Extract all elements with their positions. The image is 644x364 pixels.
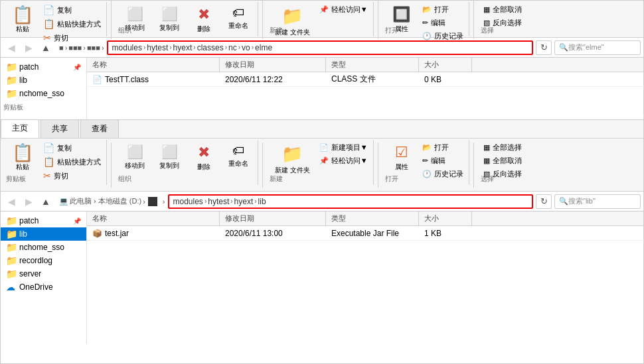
path-seg-hytest-2: hytest bbox=[208, 197, 229, 206]
paste-shortcut-icon-2: 📋 bbox=[43, 156, 54, 167]
clipboard-label-2: 剪贴板 bbox=[6, 174, 26, 184]
properties-label-2: 属性 bbox=[395, 162, 408, 172]
path-seg-elme-1: elme bbox=[255, 43, 272, 52]
move-to-icon-2: ⬜ bbox=[127, 144, 143, 160]
refresh-button-1[interactable]: ↻ bbox=[536, 40, 552, 55]
ribbon-2: 📋 粘贴 📄复制 📋粘贴快捷方式 ✂剪切 剪贴板 ⬜ 移动到 ⬜ 复制到 ✖ bbox=[1, 139, 643, 192]
delete-button-2[interactable]: ✖ 删除 bbox=[187, 141, 220, 174]
new-label-2: 新建 bbox=[270, 174, 283, 184]
file-size-testjar-2: 1 KB bbox=[419, 227, 472, 239]
folder-icon-nchome-1: 📁 bbox=[6, 88, 17, 99]
paste-shortcut-button-1[interactable]: 📋粘贴快捷方式 bbox=[40, 17, 104, 30]
rename-button-2[interactable]: 🏷 重命名 bbox=[222, 141, 255, 171]
col-header-date-2[interactable]: 修改日期 bbox=[220, 212, 326, 225]
drive-indicator-2 bbox=[148, 197, 157, 206]
folder-icon-nchome-2: 📁 bbox=[6, 242, 17, 253]
back-button-1[interactable]: ◀ bbox=[3, 40, 19, 56]
rename-label-2: 重命名 bbox=[228, 159, 248, 168]
search-box-2[interactable]: 🔍 搜索"lib" bbox=[554, 194, 641, 209]
copy-to-button-1[interactable]: ⬜ 复制到 bbox=[153, 3, 186, 35]
paste-button-2[interactable]: 📋 粘贴 bbox=[6, 141, 39, 174]
col-header-size-2[interactable]: 大小 bbox=[419, 212, 472, 225]
paste-label-2: 粘贴 bbox=[16, 162, 29, 172]
forward-button-1[interactable]: ▶ bbox=[21, 40, 37, 56]
move-to-button-2[interactable]: ⬜ 移动到 bbox=[118, 141, 151, 173]
back-button-2[interactable]: ◀ bbox=[3, 194, 19, 210]
col-header-name-1[interactable]: 名称 bbox=[87, 58, 220, 72]
paste-button-1[interactable]: 📋 粘贴 bbox=[6, 3, 39, 36]
address-path-2[interactable]: modules › hytest › hyext › lib bbox=[168, 194, 533, 209]
tab-home-2[interactable]: 主页 bbox=[1, 119, 39, 138]
col-header-name-2[interactable]: 名称 bbox=[87, 212, 220, 225]
file-list-header-2: 名称 修改日期 类型 大小 bbox=[87, 212, 643, 226]
path-seg-classes-1: classes bbox=[197, 43, 224, 52]
edit-button-2[interactable]: ✏编辑 bbox=[420, 154, 466, 167]
up-button-1[interactable]: ▲ bbox=[38, 40, 54, 56]
forward-button-2[interactable]: ▶ bbox=[21, 194, 37, 210]
edit-button-1[interactable]: ✏编辑 bbox=[420, 17, 466, 29]
tab-share-2[interactable]: 共享 bbox=[40, 119, 79, 138]
file-row-testjar-2[interactable]: 📦 test.jar 2020/6/11 13:00 Executable Ja… bbox=[87, 226, 643, 241]
history-button-2[interactable]: 🕐历史记录 bbox=[420, 168, 466, 180]
deselect-icon-2: ▦ bbox=[483, 156, 490, 165]
sidebar-item-nchome-2[interactable]: 📁 nchome_sso bbox=[1, 241, 86, 254]
easy-access-button-1[interactable]: 📌轻松访问▼ bbox=[317, 3, 370, 16]
address-path-1[interactable]: modules › hytest › hyext › classes › nc … bbox=[107, 40, 533, 55]
copy-to-button-2[interactable]: ⬜ 复制到 bbox=[153, 141, 186, 173]
new-folder-button-2[interactable]: 📁 新建 文件夹 bbox=[270, 141, 315, 178]
cut-button-2[interactable]: ✂剪切 bbox=[40, 169, 104, 182]
col-header-size-1[interactable]: 大小 bbox=[419, 58, 472, 72]
copy-to-label-2: 复制到 bbox=[159, 161, 179, 170]
sidebar-item-patch-1[interactable]: 📁 patch 📌 bbox=[1, 60, 86, 74]
deselect-all-button-2[interactable]: ▦全部取消 bbox=[481, 154, 524, 167]
ribbon-section-new-2: 📁 新建 文件夹 📄新建项目▼ 📌轻松访问▼ 新建 bbox=[267, 140, 374, 185]
col-header-type-2[interactable]: 类型 bbox=[326, 212, 419, 225]
organize-label-1: 组织 bbox=[118, 26, 131, 35]
delete-button-1[interactable]: ✖ 删除 bbox=[187, 3, 220, 36]
col-header-type-1[interactable]: 类型 bbox=[326, 58, 419, 72]
file-name-testtt-1: 📄 TestTT.class bbox=[87, 74, 220, 86]
col-header-date-1[interactable]: 修改日期 bbox=[220, 58, 326, 72]
history-button-1[interactable]: 🕐历史记录 bbox=[420, 30, 466, 42]
delete-icon-1: ✖ bbox=[198, 6, 210, 23]
copy-button-1[interactable]: 📄复制 bbox=[40, 3, 104, 17]
select-all-button-1[interactable]: ▦全部取消 bbox=[481, 3, 524, 16]
open-button-1[interactable]: 📂打开 bbox=[420, 3, 466, 16]
ribbon-section-clipboard-2: 📋 粘贴 📄复制 📋粘贴快捷方式 ✂剪切 剪贴板 bbox=[3, 140, 107, 185]
copy-to-label-1: 复制到 bbox=[159, 23, 179, 32]
properties-button-2[interactable]: ☑ 属性 bbox=[385, 141, 418, 174]
sidebar-item-patch-2[interactable]: 📁 patch 📌 bbox=[1, 214, 86, 227]
new-label-1: 新建 bbox=[270, 26, 283, 35]
address-bar-2: ◀ ▶ ▲ 💻 此电脑 › 本地磁盘 (D:) › › modules › hy… bbox=[1, 192, 643, 212]
new-folder-label-2: 新建 文件夹 bbox=[275, 166, 310, 175]
sidebar-2: 📁 patch 📌 📁 lib 📁 nchome_sso 📁 recordlog… bbox=[1, 212, 87, 344]
ribbon-1: 📋 粘贴 📄复制 📋粘贴快捷方式 ✂剪切 剪贴板 ⬜ 移动到 ⬜ 复制到 ✖ bbox=[1, 1, 643, 38]
rename-label-1: 重命名 bbox=[228, 21, 248, 30]
sidebar-item-nchome-1[interactable]: 📁 nchome_sso bbox=[1, 87, 86, 100]
paste-shortcut-button-2[interactable]: 📋粘贴快捷方式 bbox=[40, 155, 104, 168]
tab-view-2[interactable]: 查看 bbox=[80, 119, 119, 138]
rename-icon-1: 🏷 bbox=[232, 6, 244, 20]
new-item-button-2[interactable]: 📄新建项目▼ bbox=[317, 141, 370, 154]
search-box-1[interactable]: 🔍 搜索"elme" bbox=[554, 40, 641, 55]
sidebar-item-server-2[interactable]: 📁 server bbox=[1, 267, 86, 280]
easy-access-icon-1: 📌 bbox=[319, 5, 329, 14]
rename-button-1[interactable]: 🏷 重命名 bbox=[222, 3, 255, 33]
open-button-2[interactable]: 📂打开 bbox=[420, 141, 466, 154]
path-seg-modules-1: modules bbox=[112, 43, 142, 52]
new-item-icon-2: 📄 bbox=[319, 143, 329, 152]
select-all-button-2[interactable]: ▦全部选择 bbox=[481, 141, 524, 154]
up-button-2[interactable]: ▲ bbox=[38, 194, 54, 210]
easy-access-button-2[interactable]: 📌轻松访问▼ bbox=[317, 154, 370, 167]
sidebar-item-lib-1[interactable]: 📁 lib bbox=[1, 74, 86, 87]
sidebar-item-recordlog-2[interactable]: 📁 recordlog bbox=[1, 254, 86, 267]
file-list-1: 名称 修改日期 类型 大小 📄 TestTT.class 2020/6/11 1… bbox=[87, 58, 643, 124]
properties-icon-1: 🔲 bbox=[392, 6, 410, 23]
folder-icon-lib-1: 📁 bbox=[6, 75, 17, 86]
file-row-testtt-1[interactable]: 📄 TestTT.class 2020/6/11 12:22 CLASS 文件 … bbox=[87, 72, 643, 87]
select-all-icon-2: ▦ bbox=[483, 143, 490, 152]
sidebar-item-onedrive-2[interactable]: ☁ OneDrive bbox=[1, 280, 86, 294]
refresh-button-2[interactable]: ↻ bbox=[536, 194, 552, 209]
copy-button-2[interactable]: 📄复制 bbox=[40, 141, 104, 154]
sidebar-item-lib-2[interactable]: 📁 lib bbox=[1, 227, 86, 241]
